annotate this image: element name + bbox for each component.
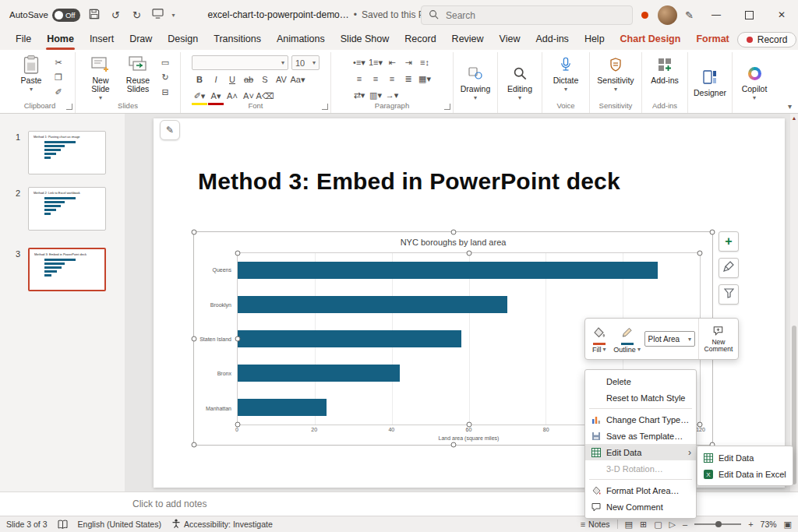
format-painter-icon[interactable]: ✐ xyxy=(51,85,66,99)
tab-insert[interactable]: Insert xyxy=(82,30,122,50)
bold-button[interactable]: B xyxy=(192,72,207,86)
dialog-launcher-icon[interactable] xyxy=(322,104,328,110)
dictate-button[interactable]: Dictate ▾ xyxy=(548,52,584,92)
slideshow-icon[interactable]: ▷ xyxy=(669,520,676,530)
document-title[interactable]: excel-chart-to-powerpoint-demo… • Saved … xyxy=(207,9,439,20)
strikethrough-button[interactable]: ab xyxy=(241,72,256,86)
cut-icon[interactable]: ✂ xyxy=(51,55,66,69)
avatar[interactable] xyxy=(658,5,677,25)
accessibility-status[interactable]: Accessibility: Investigate xyxy=(171,519,273,530)
font-name-select[interactable]: ▾ xyxy=(192,55,288,70)
menu-item-reset-to-match-style[interactable]: Reset to Match Style xyxy=(585,389,696,406)
smartart-icon[interactable]: →▾ xyxy=(384,88,400,102)
fit-to-window-icon[interactable]: ▣ xyxy=(784,520,792,530)
selection-dropdown[interactable]: Plot Area ▾ xyxy=(644,331,695,347)
slide-thumbnail-1[interactable]: Method 1: Pasting chart as image xyxy=(28,131,106,174)
vertical-scrollbar[interactable]: ▲ xyxy=(790,114,798,492)
dialog-launcher-icon[interactable] xyxy=(66,104,72,110)
new-comment-button[interactable]: New Comment xyxy=(698,319,738,359)
tab-view[interactable]: View xyxy=(492,30,528,50)
selection-handle[interactable] xyxy=(192,230,197,235)
selection-handle[interactable] xyxy=(466,422,471,428)
slide-sorter-view-icon[interactable]: ⊞ xyxy=(640,520,647,530)
tab-help[interactable]: Help xyxy=(577,30,613,50)
line-spacing-icon[interactable]: ≡↕ xyxy=(417,55,433,69)
zoom-level[interactable]: 73% xyxy=(761,520,777,529)
drawing-button[interactable]: Drawing ▾ xyxy=(457,52,493,109)
selection-handle[interactable] xyxy=(192,336,197,341)
text-direction-icon[interactable]: ⇄▾ xyxy=(351,88,367,102)
tab-chart-design[interactable]: Chart Design xyxy=(613,30,689,50)
chart-title[interactable]: NYC boroughs by land area xyxy=(194,238,712,247)
align-text-icon[interactable]: ▥▾ xyxy=(368,88,383,102)
character-spacing-button[interactable]: AV xyxy=(274,72,289,86)
zoom-slider-thumb[interactable] xyxy=(715,521,722,527)
bullets-icon[interactable]: •≡▾ xyxy=(351,55,367,69)
slide-indicator[interactable]: Slide 3 of 3 xyxy=(6,520,48,529)
zoom-in-icon[interactable]: + xyxy=(748,520,753,529)
chevron-down-icon[interactable]: ▾ xyxy=(171,12,175,19)
align-right-icon[interactable]: ≡ xyxy=(384,72,400,86)
tab-draw[interactable]: Draw xyxy=(122,30,160,50)
copy-icon[interactable]: ❐ xyxy=(51,70,66,84)
chart-styles-button[interactable] xyxy=(719,258,739,278)
decrease-indent-icon[interactable]: ⇤ xyxy=(384,55,400,69)
tab-add-ins[interactable]: Add-ins xyxy=(528,30,576,50)
justify-icon[interactable]: ≣ xyxy=(401,72,416,86)
minimize-button[interactable]: — xyxy=(700,0,733,30)
section-icon[interactable]: ⊟ xyxy=(157,85,173,99)
ink-to-design-chip[interactable]: ✎ xyxy=(160,120,180,140)
maximize-button[interactable] xyxy=(733,0,765,30)
slide-thumbnail-3[interactable]: Method 3: Embed in PowerPoint deck xyxy=(28,248,106,291)
menu-item-edit-data-in-excel[interactable]: XEdit Data in Excel xyxy=(697,466,793,482)
increase-indent-icon[interactable]: ⇥ xyxy=(401,55,416,69)
selection-handle[interactable] xyxy=(450,442,456,448)
reset-slide-icon[interactable]: ↻ xyxy=(157,70,173,84)
font-size-select[interactable]: 10▾ xyxy=(291,55,320,70)
selection-handle[interactable] xyxy=(710,230,715,235)
columns-icon[interactable]: ▦▾ xyxy=(417,72,433,86)
menu-item-change-chart-type[interactable]: Change Chart Type… xyxy=(585,411,696,428)
text-shadow-button[interactable]: S xyxy=(257,72,273,86)
italic-button[interactable]: I xyxy=(208,72,224,86)
font-color-button[interactable]: A▾ xyxy=(208,89,224,105)
menu-item-delete[interactable]: Delete xyxy=(585,373,696,389)
chart-elements-button[interactable]: + xyxy=(719,231,739,252)
bar-brooklyn[interactable] xyxy=(238,296,507,313)
addins-button[interactable]: Add-ins xyxy=(647,52,683,85)
slide-title[interactable]: Method 3: Embed in PowerPoint deck xyxy=(198,168,620,195)
selection-handle[interactable] xyxy=(235,336,241,342)
bar-manhattan[interactable] xyxy=(238,399,327,416)
normal-view-icon[interactable]: ▤ xyxy=(625,520,633,530)
search-input[interactable] xyxy=(444,9,603,22)
edit-pencil-icon[interactable]: ✎ xyxy=(685,9,694,21)
designer-button[interactable]: Designer xyxy=(692,52,728,109)
dialog-launcher-icon[interactable] xyxy=(444,104,450,110)
notes-placeholder[interactable]: Click to add notes xyxy=(132,492,207,516)
editing-button[interactable]: Editing ▾ xyxy=(502,52,538,109)
record-button[interactable]: Record xyxy=(737,32,797,48)
tab-review[interactable]: Review xyxy=(444,30,492,50)
zoom-slider[interactable] xyxy=(694,523,741,525)
reading-view-icon[interactable]: ▢ xyxy=(654,520,662,530)
slide-thumbnail-2[interactable]: Method 2: Link to Excel workbook xyxy=(28,187,106,231)
tab-design[interactable]: Design xyxy=(160,30,206,50)
collapse-ribbon-icon[interactable]: ▾ xyxy=(788,102,792,111)
search-box[interactable] xyxy=(421,5,633,25)
notes-toggle[interactable]: ≡Notes xyxy=(581,520,610,529)
scroll-up-icon[interactable]: ▲ xyxy=(790,115,798,121)
selection-handle[interactable] xyxy=(192,442,197,448)
copilot-button[interactable]: Copilot ▾ xyxy=(736,52,772,109)
selection-handle[interactable] xyxy=(697,251,703,256)
zoom-out-icon[interactable]: – xyxy=(683,520,687,529)
bar-queens[interactable] xyxy=(238,262,658,279)
selection-handle[interactable] xyxy=(450,230,456,235)
bar-staten-island[interactable] xyxy=(238,330,461,347)
menu-item-save-as-template[interactable]: Save as Template… xyxy=(585,428,696,444)
menu-item-edit-data[interactable]: Edit Data› xyxy=(585,444,696,460)
tab-home[interactable]: Home xyxy=(39,30,82,50)
tab-file[interactable]: File xyxy=(8,30,39,50)
menu-item-format-plot-area[interactable]: Format Plot Area… xyxy=(585,482,696,499)
numbering-icon[interactable]: 1≡▾ xyxy=(368,55,383,69)
fill-button[interactable]: Fill▾ xyxy=(585,325,613,354)
